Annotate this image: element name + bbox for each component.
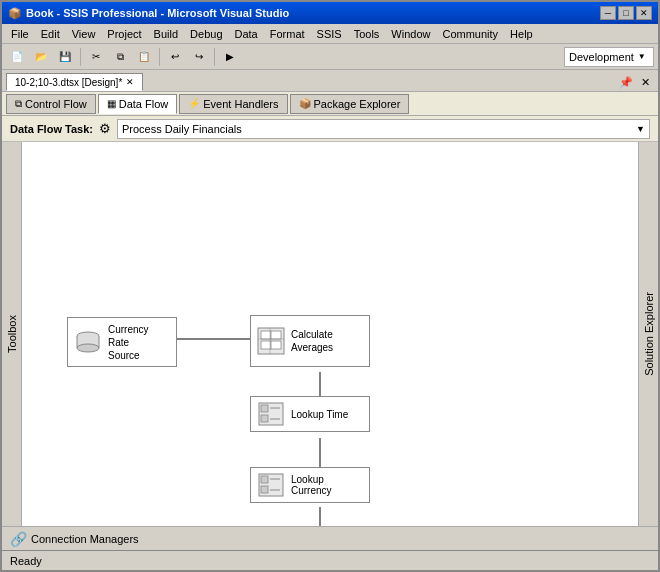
package-explorer-icon: 📦 (299, 98, 311, 109)
svg-rect-18 (261, 331, 271, 339)
lookup-currency-icon (257, 471, 285, 499)
conn-managers-label: Connection Managers (31, 533, 139, 545)
toolbox-tab[interactable]: Toolbox (4, 309, 20, 359)
doc-pin-button[interactable]: 📌 (615, 74, 637, 91)
doc-area: 10-2;10-3.dtsx [Design]* ✕ 📌 ✕ ⧉ Control… (2, 70, 658, 550)
toolbar-paste[interactable]: 📋 (133, 47, 155, 67)
source-icon (74, 328, 102, 356)
node-calc-averages[interactable]: CalculateAverages (250, 315, 370, 367)
title-bar: 📦 Book - SSIS Professional - Microsoft V… (2, 2, 658, 24)
svg-rect-26 (261, 415, 268, 422)
calc-label: CalculateAverages (291, 328, 333, 354)
toolbar-copy[interactable]: ⧉ (109, 47, 131, 67)
toolbar-cut[interactable]: ✂ (85, 47, 107, 67)
doc-tab-bar: 10-2;10-3.dtsx [Design]* ✕ 📌 ✕ (2, 70, 658, 92)
task-dropdown-value: Process Daily Financials (122, 123, 242, 135)
solution-explorer-tab[interactable]: Solution Explorer (641, 286, 657, 382)
status-bar: Ready (2, 550, 658, 570)
toolbar-sep1 (80, 48, 81, 66)
doc-tab-active[interactable]: 10-2;10-3.dtsx [Design]* ✕ (6, 73, 143, 91)
canvas-area[interactable]: Currency RateSource (22, 142, 638, 526)
design-tabs: ⧉ Control Flow ▦ Data Flow ⚡ Event Handl… (2, 92, 658, 116)
data-flow-icon: ▦ (107, 98, 116, 109)
toolbar-new[interactable]: 📄 (6, 47, 28, 67)
right-side-panel: Solution Explorer (638, 142, 658, 526)
tab-event-handlers-label: Event Handlers (203, 98, 278, 110)
close-button[interactable]: ✕ (636, 6, 652, 20)
window-icon: 📦 (8, 7, 22, 20)
left-side-panel: Toolbox (2, 142, 22, 526)
menu-help[interactable]: Help (505, 27, 538, 41)
menu-file[interactable]: File (6, 27, 34, 41)
svg-point-14 (77, 344, 99, 352)
menu-build[interactable]: Build (149, 27, 183, 41)
toolbar-undo[interactable]: ↩ (164, 47, 186, 67)
window-title: Book - SSIS Professional - Microsoft Vis… (26, 7, 289, 19)
tab-data-flow-label: Data Flow (119, 98, 169, 110)
main-row: Toolbox (2, 142, 658, 526)
doc-tab-label: 10-2;10-3.dtsx [Design]* (15, 77, 122, 88)
toolbar-open[interactable]: 📂 (30, 47, 52, 67)
menu-community[interactable]: Community (437, 27, 503, 41)
toolbar-start[interactable]: ▶ (219, 47, 241, 67)
menu-tools[interactable]: Tools (349, 27, 385, 41)
event-handlers-icon: ⚡ (188, 98, 200, 109)
toolbar-sep2 (159, 48, 160, 66)
menu-bar: File Edit View Project Build Debug Data … (2, 24, 658, 44)
menu-debug[interactable]: Debug (185, 27, 227, 41)
task-bar-label: Data Flow Task: (10, 123, 93, 135)
node-currency-source[interactable]: Currency RateSource (67, 317, 177, 367)
menu-format[interactable]: Format (265, 27, 310, 41)
menu-project[interactable]: Project (102, 27, 146, 41)
menu-ssis[interactable]: SSIS (312, 27, 347, 41)
menu-view[interactable]: View (67, 27, 101, 41)
conn-icon: 🔗 (10, 531, 27, 547)
source-label: Currency RateSource (108, 323, 170, 362)
task-bar-icon: ⚙ (99, 121, 111, 136)
svg-rect-19 (271, 331, 281, 339)
window-frame: 📦 Book - SSIS Professional - Microsoft V… (0, 0, 660, 572)
tab-package-explorer-label: Package Explorer (314, 98, 401, 110)
svg-rect-21 (271, 341, 281, 349)
title-bar-text: 📦 Book - SSIS Professional - Microsoft V… (8, 7, 289, 20)
toolbar-redo[interactable]: ↪ (188, 47, 210, 67)
config-dropdown-value: Development (569, 51, 634, 63)
svg-rect-30 (261, 476, 268, 483)
menu-window[interactable]: Window (386, 27, 435, 41)
tab-data-flow[interactable]: ▦ Data Flow (98, 94, 178, 114)
node-lookup-currency[interactable]: Lookup Currency (250, 467, 370, 503)
node-lookup-time[interactable]: Lookup Time (250, 396, 370, 432)
tab-event-handlers[interactable]: ⚡ Event Handlers (179, 94, 287, 114)
menu-edit[interactable]: Edit (36, 27, 65, 41)
minimize-button[interactable]: ─ (600, 6, 616, 20)
config-dropdown-arrow: ▼ (638, 52, 646, 61)
lookup-time-label: Lookup Time (291, 409, 348, 420)
tab-control-flow-label: Control Flow (25, 98, 87, 110)
maximize-button[interactable]: □ (618, 6, 634, 20)
flow-canvas: Currency RateSource (22, 142, 602, 526)
lookup-time-icon (257, 400, 285, 428)
tab-control-flow[interactable]: ⧉ Control Flow (6, 94, 96, 114)
tab-package-explorer[interactable]: 📦 Package Explorer (290, 94, 410, 114)
conn-managers-bar: 🔗 Connection Managers (2, 526, 658, 550)
task-bar: Data Flow Task: ⚙ Process Daily Financia… (2, 116, 658, 142)
toolbar: 📄 📂 💾 ✂ ⧉ 📋 ↩ ↪ ▶ Development ▼ (2, 44, 658, 70)
control-flow-icon: ⧉ (15, 98, 22, 110)
svg-rect-20 (261, 341, 271, 349)
doc-tab-close[interactable]: ✕ (126, 77, 134, 87)
toolbar-config-dropdown[interactable]: Development ▼ (564, 47, 654, 67)
svg-rect-25 (261, 405, 268, 412)
calc-icon (257, 327, 285, 355)
svg-rect-31 (261, 486, 268, 493)
doc-close-button[interactable]: ✕ (637, 74, 654, 91)
task-dropdown[interactable]: Process Daily Financials ▼ (117, 119, 650, 139)
task-dropdown-arrow: ▼ (636, 124, 645, 134)
toolbar-sep3 (214, 48, 215, 66)
toolbar-save[interactable]: 💾 (54, 47, 76, 67)
menu-data[interactable]: Data (230, 27, 263, 41)
status-text: Ready (10, 555, 42, 567)
title-bar-controls: ─ □ ✕ (600, 6, 652, 20)
lookup-currency-label: Lookup Currency (291, 474, 363, 496)
